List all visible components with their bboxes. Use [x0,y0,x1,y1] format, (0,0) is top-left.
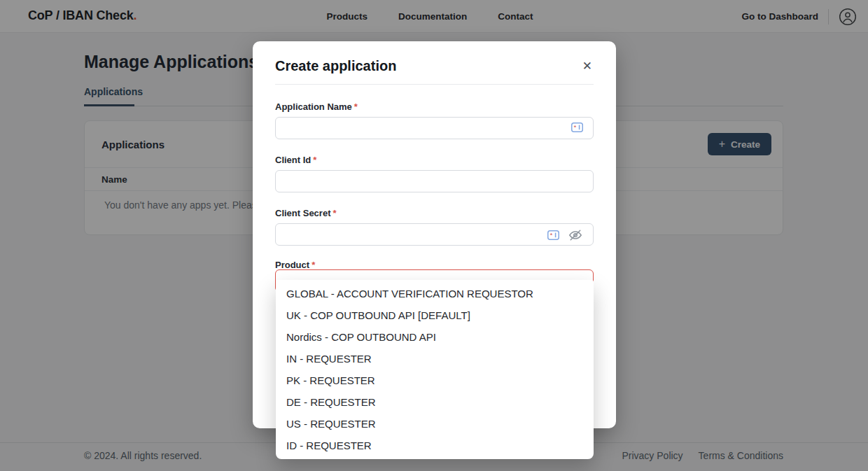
product-option[interactable]: DE - REQUESTER [276,391,594,413]
application-name-label: Application Name* [275,101,358,112]
client-id-input[interactable] [275,170,594,192]
autofill-icon[interactable]: * [547,230,559,241]
required-mark: * [332,208,336,218]
close-icon[interactable]: ✕ [582,60,592,72]
modal-title-divider [275,84,594,85]
client-secret-label: Client Secret* [275,208,337,218]
eye-off-icon[interactable] [568,228,583,242]
autofill-icon[interactable]: * [571,122,583,133]
svg-text:*: * [574,124,577,131]
product-option[interactable]: PK - REQUESTER [276,370,594,391]
client-id-input-icons: * [571,122,583,133]
product-label: Product* [275,260,315,270]
required-mark: * [354,101,358,112]
modal-title: Create application [275,58,396,74]
client-secret-input[interactable] [275,223,594,246]
required-mark: * [313,155,316,165]
product-option[interactable]: UK - COP OUTBOUND API [DEFAULT] [276,304,594,326]
product-option[interactable]: US - REQUESTER [276,413,594,435]
svg-text:*: * [550,232,553,239]
client-id-label: Client Id* [275,155,316,165]
required-mark: * [312,260,315,270]
client-secret-input-icons: * [547,228,583,242]
product-option[interactable]: ID - REQUESTER [276,435,594,456]
product-options-dropdown: GLOBAL - ACCOUNT VERIFICATION REQUESTOR … [276,280,594,459]
product-option[interactable]: IN - REQUESTER [276,348,594,370]
app-window: CoP / IBAN Check. Products Documentation… [0,0,868,471]
product-option[interactable]: GLOBAL - ACCOUNT VERIFICATION REQUESTOR [276,283,594,304]
application-name-input[interactable] [275,117,594,139]
product-option[interactable]: Nordics - COP OUTBOUND API [276,326,594,348]
